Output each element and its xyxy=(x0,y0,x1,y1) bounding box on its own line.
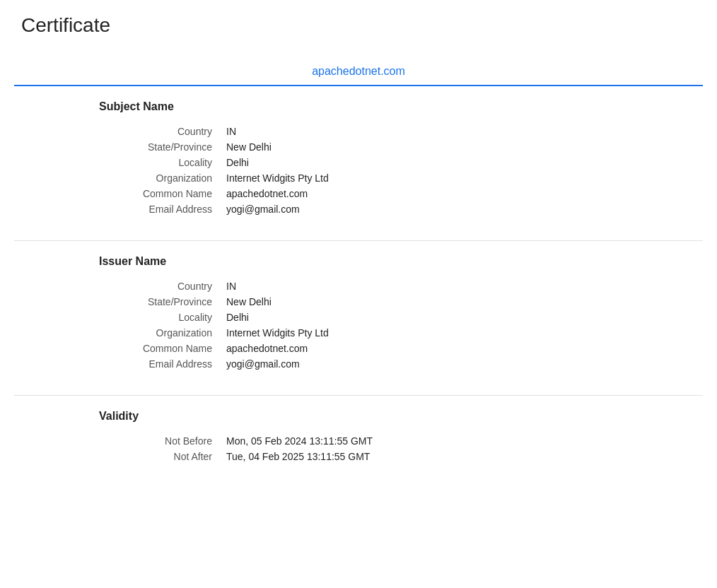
field-value-org-subject: Internet Widgits Pty Ltd xyxy=(226,172,329,184)
field-label-org-subject: Organization xyxy=(42,172,226,184)
field-value-country-issuer: IN xyxy=(226,281,236,292)
field-value-not-after: Tue, 04 Feb 2025 13:11:55 GMT xyxy=(226,451,370,462)
field-value-state-subject: New Delhi xyxy=(226,141,272,153)
field-label-email-subject: Email Address xyxy=(42,204,226,215)
field-label-state-issuer: State/Province xyxy=(42,296,226,307)
table-row: Common Name apachedotnet.com xyxy=(14,343,703,354)
table-row: Email Address yogi@gmail.com xyxy=(14,204,703,215)
domain-link-container: apachedotnet.com xyxy=(14,51,703,86)
table-row: Organization Internet Widgits Pty Ltd xyxy=(14,172,703,184)
table-row: Country IN xyxy=(14,126,703,137)
table-row: Email Address yogi@gmail.com xyxy=(14,358,703,370)
table-row: Common Name apachedotnet.com xyxy=(14,188,703,199)
field-label-not-after: Not After xyxy=(42,451,226,462)
domain-link[interactable]: apachedotnet.com xyxy=(312,65,405,77)
field-label-locality-subject: Locality xyxy=(42,157,226,168)
table-row: State/Province New Delhi xyxy=(14,141,703,153)
table-row: Country IN xyxy=(14,281,703,292)
issuer-name-title: Issuer Name xyxy=(14,255,703,268)
field-label-cn-subject: Common Name xyxy=(42,188,226,199)
field-value-locality-subject: Delhi xyxy=(226,157,249,168)
field-label-email-issuer: Email Address xyxy=(42,358,226,370)
field-value-locality-issuer: Delhi xyxy=(226,312,249,323)
field-value-country-subject: IN xyxy=(226,126,236,137)
validity-title: Validity xyxy=(14,410,703,423)
field-label-locality-issuer: Locality xyxy=(42,312,226,323)
field-label-country-issuer: Country xyxy=(42,281,226,292)
table-row: Not Before Mon, 05 Feb 2024 13:11:55 GMT xyxy=(14,435,703,447)
table-row: Not After Tue, 04 Feb 2025 13:11:55 GMT xyxy=(14,451,703,462)
field-value-not-before: Mon, 05 Feb 2024 13:11:55 GMT xyxy=(226,435,373,447)
subject-name-section: Subject Name Country IN State/Province N… xyxy=(14,86,703,241)
field-value-cn-issuer: apachedotnet.com xyxy=(226,343,308,354)
field-label-country-subject: Country xyxy=(42,126,226,137)
field-value-org-issuer: Internet Widgits Pty Ltd xyxy=(226,327,329,339)
table-row: Organization Internet Widgits Pty Ltd xyxy=(14,327,703,339)
field-label-cn-issuer: Common Name xyxy=(42,343,226,354)
issuer-name-section: Issuer Name Country IN State/Province Ne… xyxy=(14,241,703,396)
field-value-cn-subject: apachedotnet.com xyxy=(226,188,308,199)
page-container: Certificate apachedotnet.com Subject Nam… xyxy=(0,0,717,502)
table-row: Locality Delhi xyxy=(14,312,703,323)
field-value-state-issuer: New Delhi xyxy=(226,296,272,307)
field-label-org-issuer: Organization xyxy=(42,327,226,339)
table-row: Locality Delhi xyxy=(14,157,703,168)
validity-section: Validity Not Before Mon, 05 Feb 2024 13:… xyxy=(14,396,703,488)
field-label-not-before: Not Before xyxy=(42,435,226,447)
field-label-state-subject: State/Province xyxy=(42,141,226,153)
table-row: State/Province New Delhi xyxy=(14,296,703,307)
subject-name-title: Subject Name xyxy=(14,100,703,113)
field-value-email-issuer: yogi@gmail.com xyxy=(226,358,300,370)
page-title: Certificate xyxy=(14,14,703,37)
field-value-email-subject: yogi@gmail.com xyxy=(226,204,300,215)
